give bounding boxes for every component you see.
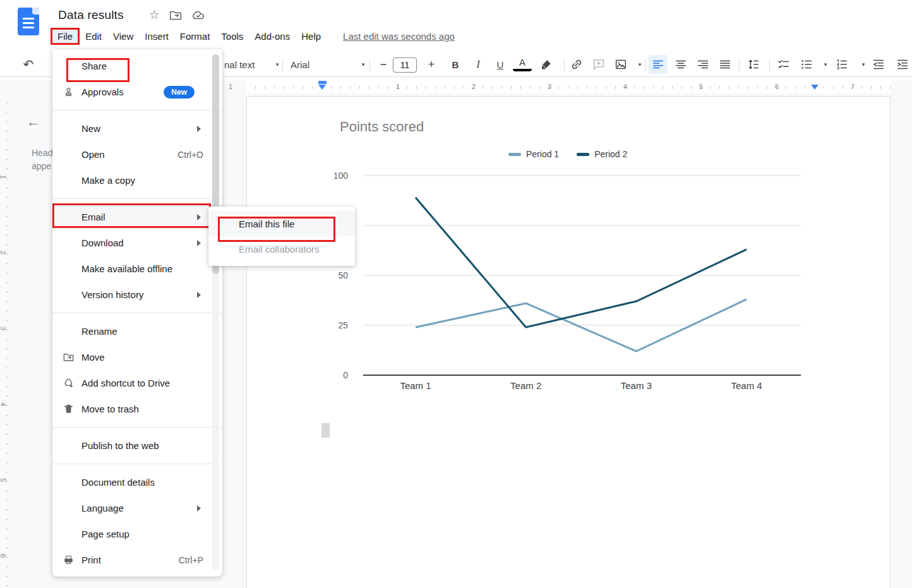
ruler-number: 3: [0, 327, 7, 330]
menu-item-version-history[interactable]: Version history: [52, 282, 222, 308]
move-folder-icon: [63, 351, 81, 363]
left-indent-marker[interactable]: [318, 81, 327, 84]
decrease-indent-button[interactable]: [869, 55, 888, 74]
first-line-indent-marker[interactable]: [318, 85, 326, 90]
document-title[interactable]: Data results: [58, 8, 124, 22]
menu-item-publish-to-the-web[interactable]: Publish to the web: [52, 433, 222, 459]
google-docs-icon[interactable]: [18, 8, 39, 35]
menu-insert[interactable]: Insert: [139, 28, 174, 45]
y-axis-label: 50: [319, 270, 348, 280]
close-outline-icon[interactable]: ←: [27, 114, 40, 130]
menu-tools[interactable]: Tools: [215, 28, 249, 45]
chart-title: Points scored: [340, 119, 424, 135]
align-left-button[interactable]: [649, 55, 668, 74]
chart[interactable]: Points scored Period 1Period 2 025507510…: [316, 107, 815, 404]
menu-item-page-setup[interactable]: Page setup: [52, 521, 222, 547]
menu-item-move[interactable]: Move: [52, 344, 222, 370]
menu-item-open[interactable]: OpenCtrl+O: [52, 141, 222, 167]
font-size-input[interactable]: 11: [393, 57, 417, 73]
y-axis-label: 0: [319, 370, 348, 380]
drive-add-icon: [63, 377, 81, 389]
app-header: Data results ☆ File Edit View Insert For…: [0, 0, 912, 54]
bold-button[interactable]: B: [446, 55, 465, 74]
email-submenu: Email this file Email collaborators: [208, 207, 355, 266]
x-axis-label: Team 1: [378, 380, 453, 391]
bulleted-list-button[interactable]: [797, 55, 816, 74]
menu-edit[interactable]: Edit: [80, 28, 107, 45]
align-center-button[interactable]: [671, 55, 690, 74]
last-edit-link[interactable]: Last edit was seconds ago: [343, 31, 455, 42]
menu-item-approvals[interactable]: Approvals New: [52, 79, 222, 105]
menu-item-document-details[interactable]: Document details: [52, 469, 222, 495]
insert-image-button[interactable]: [611, 55, 630, 74]
x-axis-label: Team 2: [488, 380, 564, 391]
menu-help[interactable]: Help: [296, 28, 327, 45]
menu-bar: File Edit View Insert Format Tools Add-o…: [51, 28, 455, 45]
menu-item-download[interactable]: Download: [52, 230, 222, 256]
submenu-arrow-icon: [197, 505, 201, 512]
highlight-color-button[interactable]: [537, 55, 556, 74]
numbered-list-button[interactable]: [832, 55, 851, 74]
y-axis-label: 25: [319, 320, 348, 330]
menu-format[interactable]: Format: [174, 28, 216, 45]
undo-button[interactable]: ↶: [19, 55, 38, 74]
increase-font-size-button[interactable]: +: [422, 55, 441, 74]
file-menu-dropdown: Share Approvals New New OpenCtrl+O Make …: [52, 49, 222, 577]
menu-add-ons[interactable]: Add-ons: [249, 28, 296, 45]
paragraph-style-dropdown[interactable]: nal text: [224, 55, 270, 74]
add-comment-button[interactable]: [589, 55, 608, 74]
menu-item-share[interactable]: Share: [52, 53, 222, 79]
ruler-number: 1: [396, 83, 400, 90]
checklist-button[interactable]: [774, 55, 793, 74]
approval-stamp-icon: [63, 86, 81, 98]
menu-view[interactable]: View: [107, 28, 139, 45]
ruler-number: 2: [472, 83, 476, 90]
insert-link-button[interactable]: [567, 55, 586, 74]
ruler-number: 1: [0, 175, 7, 179]
series-line-period-2: [416, 198, 747, 327]
menu-item-make-available-offline[interactable]: Make available offline: [52, 256, 222, 282]
ruler-number: 5: [0, 478, 7, 482]
increase-indent-button[interactable]: [893, 55, 912, 74]
ruler-number: 1: [229, 83, 232, 90]
menu-file[interactable]: File: [51, 28, 80, 45]
selection-handle: [321, 423, 330, 438]
legend-item: Period 2: [577, 149, 627, 159]
menu-item-make-a-copy[interactable]: Make a copy: [52, 167, 222, 193]
y-axis-label: 100: [319, 171, 348, 181]
legend-swatch: [508, 153, 521, 156]
text-color-button[interactable]: A: [513, 55, 532, 71]
menu-item-print[interactable]: PrintCtrl+P: [52, 547, 222, 573]
chevron-down-icon[interactable]: ▾: [268, 55, 287, 74]
underline-button[interactable]: U: [491, 55, 510, 74]
docs-icon-fold: [32, 8, 39, 15]
line-spacing-button[interactable]: [744, 55, 763, 74]
decrease-font-size-button[interactable]: −: [374, 55, 393, 74]
align-justify-button[interactable]: [716, 55, 735, 74]
menu-item-rename[interactable]: Rename: [52, 318, 222, 344]
star-icon[interactable]: ☆: [149, 8, 160, 22]
move-to-folder-icon[interactable]: [169, 8, 183, 22]
new-badge: New: [164, 86, 195, 99]
menu-item-email[interactable]: Email: [52, 204, 222, 230]
menu-item-new[interactable]: New: [52, 116, 222, 141]
legend-item: Period 1: [508, 149, 559, 159]
font-family-dropdown[interactable]: Arial: [291, 55, 328, 74]
chevron-down-icon[interactable]: ▾: [630, 55, 649, 74]
chart-legend: Period 1Period 2: [508, 149, 627, 159]
cloud-status-icon[interactable]: [191, 8, 205, 22]
printer-icon: [63, 554, 81, 566]
menu-item-language[interactable]: Language: [52, 495, 222, 521]
ruler-number: 3: [548, 83, 551, 90]
submenu-arrow-icon: [197, 292, 201, 298]
ruler-number: 7: [851, 83, 855, 90]
align-right-button[interactable]: [693, 55, 712, 74]
menu-item-add-shortcut-to-drive[interactable]: Add shortcut to Drive: [52, 370, 222, 396]
outline-placeholder-text: Head appe: [32, 147, 52, 173]
x-axis-label: Team 4: [709, 380, 784, 391]
right-indent-marker[interactable]: [811, 85, 819, 90]
italic-button[interactable]: I: [469, 55, 488, 74]
submenu-arrow-icon: [197, 214, 201, 220]
submenu-item-email-this-file[interactable]: Email this file: [208, 211, 355, 236]
menu-item-move-to-trash[interactable]: Move to trash: [52, 396, 222, 422]
